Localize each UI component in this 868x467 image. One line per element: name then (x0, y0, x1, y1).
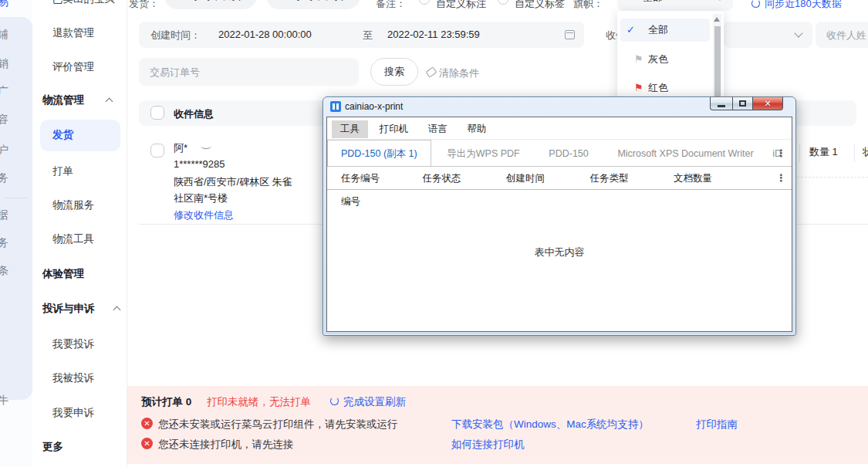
filter-48h-unshipped-button[interactable]: 48小时未发货 (266, 0, 360, 9)
sidebar-item-print-orders[interactable]: 打单 (52, 164, 73, 178)
col-task-status: 任务状态 (422, 167, 503, 190)
download-installer-link[interactable]: 下载安装包（Windows、Mac系统均支持） (451, 418, 649, 431)
how-to-connect-printer-link[interactable]: 如何连接打印机 (451, 438, 525, 452)
chevron-down-icon (794, 29, 802, 37)
create-time-label: 创建时间： (150, 29, 201, 42)
flag-option-all[interactable]: ✓ 全部 (620, 19, 710, 42)
recipient-address-line2: 社区南*号楼 (174, 191, 228, 205)
scrollbar-thumb[interactable] (714, 26, 721, 97)
tab-pdd-150-copy1[interactable]: PDD-150 (副本 1) (327, 140, 431, 167)
create-time-field[interactable]: 创建时间： 2022-01-28 00:00:00 至 2022-02-11 2… (139, 22, 584, 48)
recipient-address-line1: 陕西省/西安市/碑林区 朱雀 (174, 175, 292, 189)
filter-24h-unshipped-button[interactable]: 24小时未发货 (164, 0, 257, 9)
menu-tools[interactable]: 工具 (332, 120, 368, 138)
sidebar-item-my-appeals[interactable]: 我要申诉 (52, 406, 94, 420)
more-tabs-icon[interactable]: ⋮ (776, 147, 786, 159)
error-circle-icon: ✕ (141, 418, 153, 429)
calendar-icon[interactable] (565, 30, 575, 39)
flag-option-gray[interactable]: ⚑ 灰色 (620, 48, 710, 71)
outer-nav-divider (5, 198, 28, 198)
menu-printer[interactable]: 打印机 (371, 120, 417, 138)
chevron-down-icon (715, 0, 724, 1)
sidebar-item-more[interactable]: 更多 (42, 440, 63, 454)
page: { "colors": { "accent_blue": "#2a5bf0", … (0, 0, 868, 467)
custom-note-radio[interactable] (419, 0, 430, 5)
sidebar-item-my-complaints[interactable]: 我要投诉 (52, 337, 94, 351)
maximize-button[interactable] (732, 96, 753, 110)
outer-nav-item-content[interactable]: 容 (0, 113, 13, 127)
print-not-ready-text: 打印未就绪，无法打单 (207, 395, 311, 409)
date-from-value: 2022-01-28 00:00:00 (218, 29, 312, 40)
custom-tag-radio[interactable] (498, 0, 508, 5)
sidebar-item-logistics-tools[interactable]: 物流工具 (52, 232, 94, 246)
close-button[interactable]: ✕ (752, 96, 783, 110)
recipient-name-input[interactable] (816, 22, 868, 48)
window-controls: ✕ (711, 96, 783, 110)
date-to-value: 2022-02-11 23:59:59 (387, 29, 480, 40)
ship-filter-label: 发货： (129, 0, 159, 11)
outer-nav-item-terms[interactable]: 条 (0, 264, 13, 278)
print-status-footer: 预计打单 0 打印未就绪，无法打单 完成设置刷新 ✕ 您还未安装或运行菜鸟云打印… (127, 386, 868, 464)
sidebar-item-logistics-service[interactable]: 物流服务 (52, 198, 94, 212)
finish-setup-refresh-link[interactable]: 完成设置刷新 (343, 395, 406, 409)
clear-filters-button[interactable]: 清除条件 (439, 66, 479, 80)
recipient-name-masked: 阿* (174, 141, 187, 155)
col-doc-count: 文档数量 (674, 167, 743, 190)
recipient-filter-select[interactable] (724, 22, 812, 48)
print-guide-link[interactable]: 打印指南 (696, 418, 738, 431)
sidebar-group-complaints[interactable]: 投诉与申诉 (42, 302, 95, 316)
reveal-name-icon[interactable] (201, 144, 211, 149)
sidebar-item-sold-items[interactable]: 已卖出的宝贝 (52, 0, 115, 6)
tab-pdd-150[interactable]: PDD-150 (535, 140, 601, 167)
outer-nav-item-promo[interactable]: 广 (0, 85, 13, 99)
check-icon: ✓ (627, 19, 635, 42)
date-to-word: 至 (363, 29, 373, 42)
outer-nav-item-customer[interactable]: 户 (0, 144, 13, 157)
custom-tag-radio-label[interactable]: 自定义标签 (515, 0, 565, 11)
outer-nav-item-service[interactable]: 务 (0, 171, 13, 185)
window-titlebar[interactable]: cainiao-x-print ✕ (323, 97, 795, 117)
tab-export-wps-pdf[interactable]: 导出为WPS PDF (434, 140, 532, 167)
sidebar-group-logistics[interactable]: 物流管理 (42, 93, 84, 107)
flag-select[interactable]: 全部 (617, 0, 733, 11)
sidebar-item-reviews[interactable]: 评价管理 (52, 60, 94, 74)
order-status-cell: 状 (863, 145, 868, 159)
menu-language[interactable]: 语言 (420, 120, 456, 138)
col-task-id: 任务编号 (341, 167, 420, 190)
flag-select-value: 全部 (643, 0, 663, 5)
select-all-checkbox[interactable] (150, 106, 164, 120)
sync-icon (751, 0, 760, 8)
window-title: cainiao-x-print (345, 101, 403, 112)
menu-help[interactable]: 帮助 (458, 120, 495, 138)
sidebar-group-experience[interactable]: 体验管理 (42, 267, 84, 281)
scroll-up-arrow-icon[interactable] (714, 17, 720, 22)
note-filter-label: 备注： (376, 0, 406, 11)
outer-nav-item-trade[interactable]: 易 (0, 0, 13, 9)
row-dashed-divider (797, 177, 868, 178)
gray-flag-icon: ⚑ (634, 48, 643, 71)
tab-ms-xps-writer[interactable]: Microsoft XPS Document Writer (604, 140, 766, 167)
outer-nav-item-bottom[interactable]: 牛 (0, 394, 13, 408)
col-create-time: 创建时间 (506, 167, 587, 190)
column-options-icon[interactable]: ⋮ (776, 167, 786, 190)
search-button[interactable]: 搜索 (370, 58, 418, 86)
window-menubar: 工具 打印机 语言 帮助 (327, 117, 792, 139)
printer-tabs: PDD-150 (副本 1) 导出为WPS PDF PDD-150 Micros… (327, 139, 792, 167)
outer-nav-item-marketing[interactable]: 销 (0, 57, 13, 71)
chevron-up-icon (113, 306, 121, 314)
sidebar-item-complaints-against-me[interactable]: 我被投诉 (52, 371, 94, 385)
order-row-checkbox[interactable] (150, 144, 164, 157)
print-estimate-label: 预计打单 0 (141, 395, 191, 409)
outer-nav-item-shop[interactable]: 铺 (0, 28, 13, 42)
custom-note-radio-label[interactable]: 自定义标注 (436, 0, 486, 11)
edit-recipient-link[interactable]: 修改收件信息 (174, 208, 234, 222)
sync-180-days-link[interactable]: 同步近180天数据 (765, 0, 842, 11)
sidebar-item-refunds[interactable]: 退款管理 (52, 26, 94, 40)
order-number-input[interactable] (139, 58, 359, 86)
outer-nav-item-service2[interactable]: 务 (0, 236, 13, 250)
col-task-type: 任务类型 (589, 167, 670, 190)
component-not-installed-text: 您还未安装或运行菜鸟云打印组件，请先安装或运行 (158, 418, 398, 431)
sidebar-item-ship[interactable]: 发货 (52, 128, 73, 142)
outer-nav-item-data[interactable]: 据 (0, 208, 13, 222)
minimize-button[interactable] (710, 96, 733, 110)
